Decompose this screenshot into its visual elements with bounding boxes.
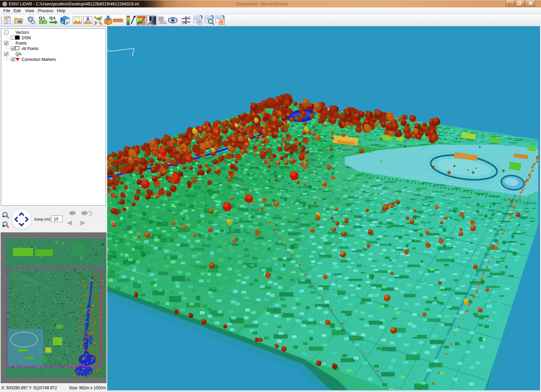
svg-text:D: D: [66, 21, 68, 24]
svg-text:P: P: [220, 20, 223, 24]
svg-text:QA: QA: [49, 16, 55, 20]
svg-text:QA: QA: [39, 16, 45, 20]
svg-text:E: E: [108, 49, 110, 52]
svg-text:3: 3: [62, 20, 63, 24]
